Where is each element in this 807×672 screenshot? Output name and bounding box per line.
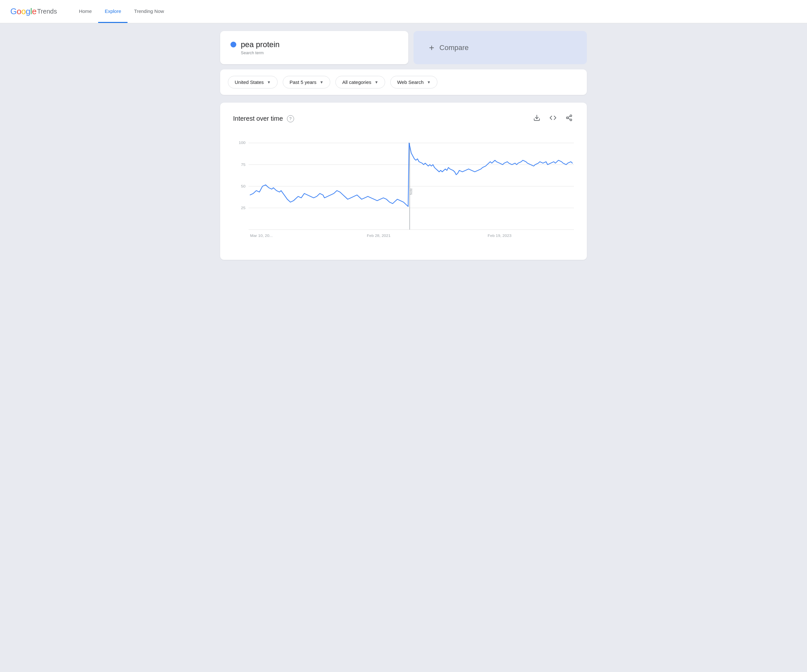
logo-wordmark: Google xyxy=(10,7,37,17)
svg-text:100: 100 xyxy=(239,141,246,145)
search-term-dot xyxy=(231,41,236,47)
filter-category-chevron: ▼ xyxy=(374,80,378,85)
embed-icon xyxy=(550,114,556,121)
filter-search-type[interactable]: Web Search ▼ xyxy=(390,76,437,88)
embed-button[interactable] xyxy=(548,113,558,124)
svg-text:25: 25 xyxy=(241,206,246,210)
svg-text:Feb 28, 2021: Feb 28, 2021 xyxy=(367,233,390,237)
chart-container: 100 75 50 25 Note Mar 10, 20... Feb 28, … xyxy=(233,137,574,247)
filter-region-label: United States xyxy=(235,80,264,85)
download-button[interactable] xyxy=(532,113,542,124)
interest-over-time-chart: 100 75 50 25 Note Mar 10, 20... Feb 28, … xyxy=(233,137,574,247)
filters-row: United States ▼ Past 5 years ▼ All categ… xyxy=(220,70,587,95)
compare-plus-icon: + xyxy=(429,43,434,53)
chart-header: Interest over time ? xyxy=(233,113,574,124)
chart-line xyxy=(250,143,572,207)
search-compare-area: pea protein Search term + Compare xyxy=(220,31,587,64)
share-button[interactable] xyxy=(564,113,574,124)
svg-text:50: 50 xyxy=(241,184,246,188)
search-term-value: pea protein xyxy=(241,40,279,49)
nav-item-home[interactable]: Home xyxy=(72,0,98,23)
svg-line-5 xyxy=(568,116,570,118)
filter-time[interactable]: Past 5 years ▼ xyxy=(283,76,330,88)
chart-title: Interest over time xyxy=(233,115,283,122)
nav-item-trending-now[interactable]: Trending Now xyxy=(128,0,171,23)
filter-search-type-chevron: ▼ xyxy=(427,80,431,85)
filter-time-label: Past 5 years xyxy=(289,80,316,85)
filter-time-chevron: ▼ xyxy=(320,80,324,85)
main-content: pea protein Search term + Compare United… xyxy=(210,23,597,267)
chart-section: Interest over time ? xyxy=(220,103,587,260)
nav-item-explore[interactable]: Explore xyxy=(98,0,128,23)
filter-region[interactable]: United States ▼ xyxy=(228,76,277,88)
header: Google Trends Home Explore Trending Now xyxy=(0,0,807,23)
chart-title-row: Interest over time ? xyxy=(233,115,294,122)
search-type-label: Search term xyxy=(241,50,398,55)
svg-line-4 xyxy=(568,118,570,119)
compare-box[interactable]: + Compare xyxy=(413,31,587,64)
search-box[interactable]: pea protein Search term xyxy=(220,31,408,64)
svg-text:Feb 19, 2023: Feb 19, 2023 xyxy=(488,233,511,237)
search-term-row: pea protein xyxy=(231,40,398,49)
svg-text:Note: Note xyxy=(409,188,413,195)
main-nav: Home Explore Trending Now xyxy=(72,0,171,23)
share-icon xyxy=(566,114,573,121)
filter-category-label: All categories xyxy=(342,80,371,85)
filter-search-type-label: Web Search xyxy=(397,80,423,85)
logo-trends-label: Trends xyxy=(37,8,57,15)
svg-text:Mar 10, 20...: Mar 10, 20... xyxy=(250,233,273,237)
download-icon xyxy=(533,114,540,121)
filter-category[interactable]: All categories ▼ xyxy=(335,76,385,88)
compare-label: Compare xyxy=(439,43,468,52)
filter-region-chevron: ▼ xyxy=(267,80,271,85)
svg-text:75: 75 xyxy=(241,163,246,166)
google-trends-logo: Google Trends xyxy=(10,7,57,17)
help-icon[interactable]: ? xyxy=(287,115,294,122)
chart-actions xyxy=(532,113,574,124)
